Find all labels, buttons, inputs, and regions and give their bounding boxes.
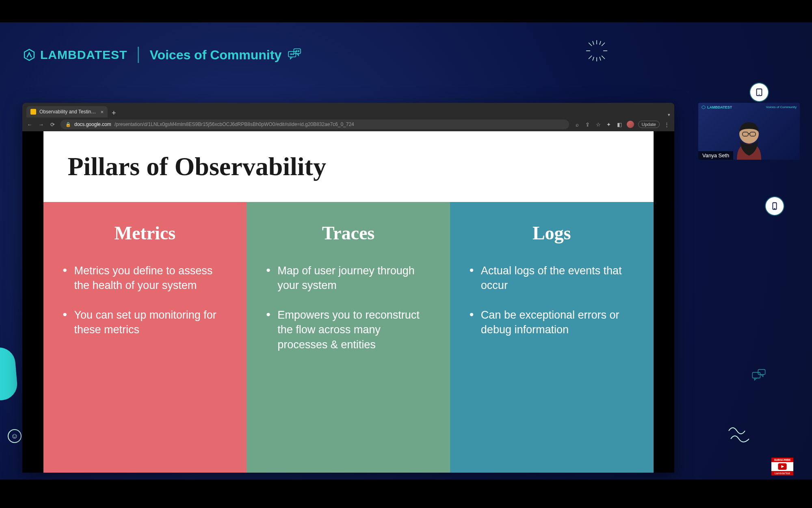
svg-rect-22 (752, 372, 760, 378)
svg-rect-12 (288, 52, 296, 57)
speaker-pip: LAMBDATEST Voices of Community Vanya Set… (698, 103, 800, 160)
address-bar: ← → ⟳ 🔒 docs.google.com/presentation/d/1… (22, 117, 674, 131)
lock-icon: 🔒 (65, 122, 71, 127)
profile-avatar[interactable] (627, 121, 634, 128)
list-item: You can set up monitoring for these metr… (63, 308, 227, 337)
brand-name: LAMBDATEST (40, 48, 127, 62)
video-frame: LAMBDATEST Voices of Community (0, 22, 812, 480)
svg-point-16 (296, 51, 297, 52)
tab-title: Observability and Testing in P… (39, 109, 97, 115)
url-domain: docs.google.com (74, 122, 111, 127)
smiley-icon: ☺ (8, 429, 22, 443)
pillar-list: Actual logs of the events that occur Can… (470, 263, 634, 337)
url-path: /presentation/d/1LNLx0gsM4mlm8ES9Br15j56… (115, 122, 354, 127)
subscribe-badge[interactable]: SUBSCRIBE LambdaTest (771, 458, 793, 475)
decorative-pill (0, 346, 19, 402)
sidepanel-icon[interactable]: ◧ (616, 121, 623, 128)
pip-series: Voices of Community (766, 105, 797, 109)
series-title: Voices of Community (149, 47, 303, 63)
speaker-name-label: Vanya Seth (698, 151, 733, 160)
tab-strip: Observability and Testing in P… × + ▾ (22, 103, 674, 117)
separator (138, 47, 139, 63)
pillar-list: Metrics you define to assess the health … (63, 263, 227, 337)
svg-line-11 (600, 57, 601, 61)
lambdatest-mark-icon (22, 48, 36, 62)
video-letterbox: LAMBDATEST Voices of Community (0, 0, 812, 508)
update-button[interactable]: Update (638, 121, 660, 128)
tablet-icon (755, 88, 764, 97)
svg-point-15 (293, 54, 294, 55)
svg-point-14 (291, 54, 292, 55)
svg-line-7 (589, 56, 592, 59)
youtube-icon (771, 462, 793, 471)
list-item: Metrics you define to assess the health … (63, 263, 227, 293)
list-item: Map of user journey through your system (266, 263, 431, 293)
lambdatest-mark-icon (702, 105, 706, 109)
chat-bubbles-icon (286, 47, 303, 63)
svg-point-19 (759, 94, 760, 95)
pillar-traces: Traces Map of user journey through your … (247, 202, 450, 473)
forward-button[interactable]: → (38, 121, 44, 128)
slide-title: Pillars of Observability (68, 152, 629, 182)
slide: Pillars of Observability Metrics Metrics… (43, 131, 654, 473)
tab-close-icon[interactable]: × (100, 109, 104, 115)
svg-line-10 (593, 57, 594, 61)
pillar-logs: Logs Actual logs of the events that occu… (450, 202, 654, 473)
tabs-overflow-icon[interactable]: ▾ (668, 112, 670, 117)
new-tab-button[interactable]: + (108, 109, 120, 117)
slides-favicon-icon (30, 109, 36, 115)
reload-button[interactable]: ⟳ (49, 121, 56, 128)
svg-point-17 (298, 51, 299, 52)
chat-bubbles-icon (750, 367, 767, 386)
back-button[interactable]: ← (26, 121, 33, 128)
presentation-stage: Pillars of Observability Metrics Metrics… (22, 131, 674, 473)
pillar-heading: Metrics (63, 222, 227, 244)
pillars-row: Metrics Metrics you define to assess the… (43, 202, 654, 473)
brand-header: LAMBDATEST Voices of Community (22, 47, 303, 63)
kebab-menu-icon[interactable]: ⋮ (664, 121, 670, 128)
pillar-metrics: Metrics Metrics you define to assess the… (43, 202, 247, 473)
list-item: Can be exceptional errors or debug infor… (470, 308, 634, 337)
svg-rect-23 (758, 369, 765, 374)
phone-icon-badge (766, 197, 784, 215)
svg-line-8 (593, 41, 594, 45)
svg-line-9 (600, 41, 601, 45)
subscribe-label: SUBSCRIBE (771, 458, 793, 462)
slide-header: Pillars of Observability (43, 131, 654, 202)
svg-line-5 (602, 56, 605, 59)
bookmark-icon[interactable]: ☆ (595, 121, 602, 128)
extensions-icon[interactable]: ✦ (606, 121, 612, 128)
phone-icon (770, 202, 779, 211)
url-field[interactable]: 🔒 docs.google.com/presentation/d/1LNLx0g… (61, 119, 569, 129)
pillar-heading: Traces (266, 222, 431, 244)
svg-line-4 (589, 43, 592, 46)
svg-line-6 (602, 43, 605, 46)
channel-name: LambdaTest (771, 471, 793, 475)
browser-tab[interactable]: Observability and Testing in P… × (26, 106, 108, 117)
search-icon[interactable]: ⌕ (574, 121, 580, 128)
list-item: Empowers you to reconstruct the flow acr… (266, 308, 431, 352)
pillar-list: Map of user journey through your system … (266, 263, 431, 352)
tablet-icon-badge (750, 83, 768, 101)
pillar-heading: Logs (470, 222, 634, 244)
toolbar-right: ⌕ ⇪ ☆ ✦ ◧ Update ⋮ (574, 121, 670, 128)
pip-brand: LAMBDATEST (702, 105, 732, 109)
sparkle-icon (585, 39, 609, 63)
browser-window: Observability and Testing in P… × + ▾ ← … (22, 103, 674, 473)
squiggle-icon (727, 423, 751, 447)
share-icon[interactable]: ⇪ (585, 121, 591, 128)
list-item: Actual logs of the events that occur (470, 263, 634, 293)
lambdatest-logo: LAMBDATEST (22, 48, 127, 62)
